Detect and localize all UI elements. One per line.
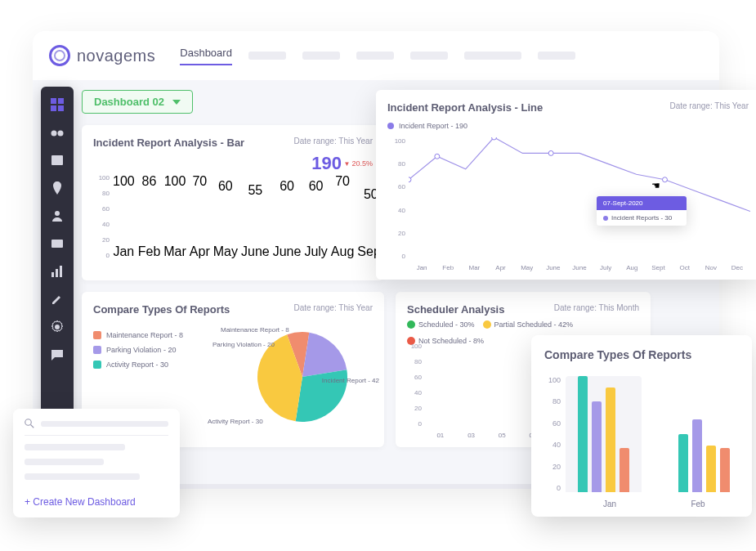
search-row [25,419,168,436]
legend-item: Parking Violation - 20 [106,346,176,354]
pie-legend: Maintenance Report - 8 Parking Violation… [93,331,183,369]
svg-rect-8 [51,240,63,248]
legend-item: Partial Scheduled - 42% [494,320,574,329]
dashboard-picker-panel: + Create New Dashboard [13,409,180,517]
dashboard-selector[interactable]: Dashboard 02 [82,90,193,114]
tab-placeholder [248,52,286,60]
card-title: Compare Types Of Reports [544,348,739,361]
line-chart: 100806040200 JanFebMarAprMayJuneJuneJuly… [389,137,750,260]
list-item[interactable] [25,459,104,465]
svg-rect-11 [60,266,62,277]
tab-placeholder [356,52,394,60]
tooltip-date: 07-Sept-2020 [597,196,687,210]
search-icon [25,419,34,428]
chart-tooltip: 07-Sept-2020 Incident Reports - 30 [597,196,687,226]
legend-item: Scheduled - 30% [418,320,475,329]
bar-chart: 100806040200 100Jan86Feb100Mar70Apr60May… [95,174,374,259]
svg-point-16 [548,150,553,155]
svg-point-15 [492,137,497,140]
incident-bar-card: Incident Report Analysis - Bar Date rang… [82,125,384,280]
svg-point-14 [435,154,440,159]
gear-icon[interactable] [51,320,64,334]
binoculars-icon[interactable] [51,126,64,139]
compare-bars-panel: Compare Types Of Reports 100806040200 Ja… [531,335,752,517]
tab-placeholder [464,52,521,60]
svg-rect-10 [56,269,58,277]
list-item[interactable] [25,473,140,480]
topbar: novagems Dashboard [33,31,719,80]
legend-item: Activity Report - 30 [106,361,168,369]
svg-rect-3 [58,105,64,111]
analytics-icon[interactable] [51,265,64,278]
callout: Parking Violation - 20 [212,341,275,348]
tooltip-value: Incident Reports - 30 [611,214,672,222]
list-item[interactable] [25,444,125,450]
svg-point-18 [25,419,32,426]
legend-item: Maintenance Report - 8 [106,331,183,339]
callout: Incident Report - 42 [322,377,379,384]
svg-point-5 [58,131,64,137]
incident-total: 190 [311,153,342,174]
calendar-icon[interactable] [51,154,64,167]
svg-rect-1 [58,98,64,104]
line-legend: Incident Report - 190 [387,122,749,130]
compare-bars-chart: 100806040200 JanFeb [544,376,742,492]
svg-point-12 [55,325,60,329]
tab-dashboard[interactable]: Dashboard [180,47,232,65]
incident-line-panel: Incident Report Analysis - Line Date ran… [376,90,756,280]
brand-name: novagems [77,47,155,65]
person-icon[interactable] [51,209,64,222]
pie-callouts: Maintenance Report - 8 Parking Violation… [212,328,376,434]
dot-icon [387,123,394,129]
dashboard-icon[interactable] [51,98,64,111]
badge-icon[interactable] [51,237,64,250]
dot-icon [603,216,608,221]
svg-point-13 [409,177,411,182]
svg-rect-2 [51,105,56,111]
chat-icon[interactable] [51,348,64,361]
date-range: Date range: This Month [554,303,639,312]
incident-delta: 20.5% [344,159,373,168]
callout: Activity Report - 30 [208,418,263,425]
location-icon[interactable] [51,181,64,195]
svg-rect-0 [51,98,56,104]
svg-point-7 [55,211,60,216]
brand-logo: novagems [49,45,155,66]
selector-label: Dashboard 02 [94,96,164,108]
svg-rect-9 [51,272,54,277]
legend-item: Incident Report - 190 [399,122,467,130]
top-tabs: Dashboard [180,47,575,65]
date-range: Date range: This Year [293,137,373,146]
svg-rect-6 [51,155,63,165]
date-range: Date range: This Year [669,101,749,110]
edit-icon[interactable] [51,293,64,306]
tab-placeholder [538,52,575,60]
create-dashboard-link[interactable]: + Create New Dashboard [25,496,168,508]
callout: Maintenance Report - 8 [221,326,289,334]
logo-mark-icon [49,45,70,66]
date-range: Date range: This Year [293,303,373,312]
svg-point-17 [662,177,667,182]
search-input[interactable] [41,421,168,427]
tab-placeholder [302,52,340,60]
tab-placeholder [410,52,448,60]
chevron-down-icon [172,100,181,105]
svg-point-4 [51,131,57,137]
